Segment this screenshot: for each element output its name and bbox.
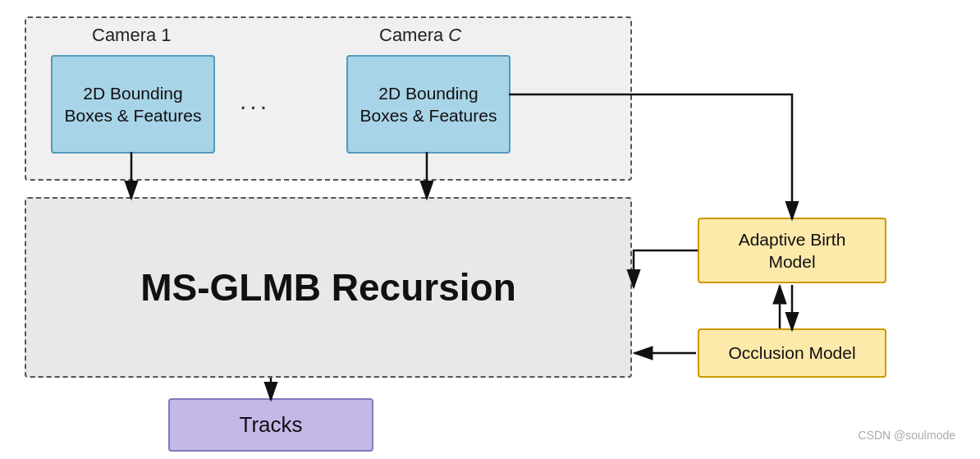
tracks-label: Tracks [239, 412, 302, 438]
diagram-container: Camera 1 Camera C 2D BoundingBoxes & Fea… [8, 8, 972, 452]
cameraC-label: Camera C [379, 25, 461, 46]
dots-separator: ··· [240, 92, 270, 120]
camera1-label: Camera 1 [92, 25, 172, 46]
tracks-box: Tracks [168, 398, 373, 452]
watermark: CSDN @soulmode [859, 429, 955, 442]
occlusion-model-box: Occlusion Model [698, 328, 886, 378]
occlusion-model-label: Occlusion Model [728, 343, 855, 363]
birth-model-box: Adaptive BirthModel [698, 218, 886, 283]
msglmb-label: MS-GLMB Recursion [140, 265, 515, 310]
msglmb-section: MS-GLMB Recursion [25, 197, 632, 378]
bbox-card-c: 2D BoundingBoxes & Features [346, 55, 511, 154]
camera-section: Camera 1 Camera C 2D BoundingBoxes & Fea… [25, 16, 632, 181]
bbox-card-1: 2D BoundingBoxes & Features [51, 55, 215, 154]
birth-model-label: Adaptive BirthModel [739, 228, 846, 273]
